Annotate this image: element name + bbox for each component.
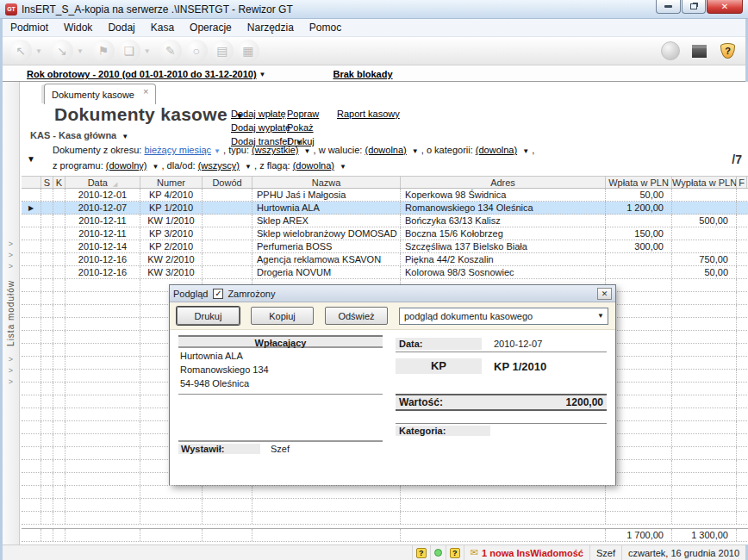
- program-filter[interactable]: (dowolny): [106, 160, 147, 171]
- table-row[interactable]: 2010-12-16 KW 3/2010 Drogeria NOVUM Kolo…: [22, 266, 748, 279]
- menu-pomoc[interactable]: Pomoc: [302, 19, 349, 36]
- header-data[interactable]: Data◢: [65, 177, 140, 188]
- category-filter[interactable]: (dowolna): [476, 145, 517, 155]
- chevron-down-icon[interactable]: ▼: [214, 147, 221, 155]
- send-tool-icon[interactable]: ↘: [51, 40, 73, 62]
- help-status-icon[interactable]: ?: [412, 545, 430, 560]
- table-row-empty[interactable]: [22, 486, 748, 499]
- new-message-cell[interactable]: ✉ 1 nowa InsWiadomość: [464, 545, 589, 560]
- page-title[interactable]: Dokumenty kasowe ▼: [54, 104, 244, 125]
- add-withdrawal-link[interactable]: Dodaj wypłatę: [231, 122, 290, 133]
- table-row[interactable]: 2010-12-16 KW 2/2010 Agencja reklamowa K…: [22, 253, 748, 266]
- preview-type-select[interactable]: podgląd dokumentu kasowego ▼: [399, 308, 608, 325]
- header-nazwa[interactable]: Nazwa: [252, 177, 401, 188]
- edit-link[interactable]: Popraw: [287, 109, 319, 119]
- filter-label: , o kategorii:: [421, 145, 473, 155]
- lock-status-link[interactable]: Brak blokady: [333, 69, 392, 79]
- edit-document-icon[interactable]: ✎: [159, 40, 182, 62]
- menu-narzedzia[interactable]: Narzędzia: [240, 19, 302, 36]
- fiscal-year-link[interactable]: Rok obrotowy - 2010 (od 01-01-2010 do 31…: [27, 69, 257, 79]
- cube-icon[interactable]: [692, 45, 707, 58]
- printer-icon[interactable]: ▤: [211, 40, 234, 62]
- header-dowod[interactable]: Dowód: [203, 177, 252, 188]
- type-filter[interactable]: (wszystkie): [252, 145, 298, 155]
- cash-report-link[interactable]: Raport kasowy: [337, 109, 400, 119]
- cell-wyplata: [672, 305, 737, 317]
- flag-filter[interactable]: (dowolna): [293, 160, 334, 171]
- chevron-down-icon[interactable]: ▼: [77, 47, 84, 55]
- header-adres[interactable]: Adres: [401, 177, 606, 188]
- table-row[interactable]: 2010-12-11 KW 1/2010 Sklep AREX Bończyka…: [22, 215, 748, 227]
- chevron-down-icon: ▼: [594, 312, 608, 320]
- cell-f: [737, 305, 747, 317]
- menu-widok[interactable]: Widok: [56, 19, 100, 36]
- chevron-down-icon[interactable]: ▼: [412, 145, 419, 159]
- cursor-tool-icon[interactable]: ↖: [9, 40, 32, 62]
- popup-titlebar[interactable]: Podgląd ✓ Zamrożony ✕: [170, 285, 615, 302]
- table-row[interactable]: ▶ 2010-12-07 KP 1/2010 Hurtownia ALA Rom…: [22, 202, 748, 215]
- help-shield-icon[interactable]: ?: [720, 43, 735, 59]
- tab-close-icon[interactable]: ×: [143, 86, 148, 96]
- status-bar: ? ? ✉ 1 nowa InsWiadomość Szef czwartek,…: [3, 544, 745, 560]
- sidebar-modules[interactable]: > > > Lista modułów > > >: [3, 82, 20, 544]
- new-document-icon[interactable]: ❏: [118, 40, 140, 62]
- contractor-filter[interactable]: (wszyscy): [198, 160, 240, 171]
- chevron-down-icon[interactable]: ▼: [245, 160, 252, 174]
- add-deposit-link[interactable]: Dodaj wpłatę: [231, 109, 286, 119]
- menu-dodaj[interactable]: Dodaj: [100, 19, 142, 36]
- chevron-down-icon[interactable]: ▼: [304, 145, 311, 159]
- header-f[interactable]: F: [737, 177, 747, 188]
- header-k[interactable]: K: [53, 177, 65, 188]
- cell-s: [41, 460, 53, 472]
- menu-operacje[interactable]: Operacje: [182, 19, 240, 36]
- popup-close-button[interactable]: ✕: [597, 288, 612, 300]
- globe-icon[interactable]: [661, 41, 680, 60]
- chevron-down-icon[interactable]: ▼: [144, 47, 151, 55]
- table-row[interactable]: 2010-12-14 KP 2/2010 Perfumeria BOSS Szc…: [22, 240, 748, 253]
- chevron-down-icon[interactable]: ▼: [35, 47, 42, 55]
- restore-button[interactable]: [682, 0, 706, 14]
- search-document-icon[interactable]: ○: [185, 40, 208, 62]
- show-link[interactable]: Pokaż: [287, 122, 314, 133]
- cell-wyplata: [672, 434, 737, 446]
- chevron-down-icon[interactable]: ▼: [153, 160, 159, 174]
- row-marker: [22, 447, 41, 459]
- print-button[interactable]: Drukuj: [177, 307, 240, 325]
- copy-button[interactable]: Kopiuj: [251, 307, 314, 325]
- refresh-button[interactable]: Odśwież: [325, 307, 388, 325]
- chevron-down-icon[interactable]: ▼: [340, 160, 346, 174]
- row-marker: [22, 408, 41, 420]
- notes-icon[interactable]: ▦: [237, 40, 259, 62]
- cell-s: [41, 305, 53, 317]
- table-row[interactable]: 2010-12-01 KP 4/2010 PPHU Jaś i Małgosia…: [22, 189, 748, 202]
- cell-k: [53, 460, 65, 472]
- cell-numer: [140, 512, 203, 524]
- cash-register-selector[interactable]: KAS - Kasa główna ▼: [30, 130, 128, 140]
- minimize-button[interactable]: [656, 0, 681, 14]
- menu-podmiot[interactable]: Podmiot: [3, 19, 56, 36]
- filter-label: , z flagą:: [254, 160, 290, 171]
- frozen-checkbox[interactable]: ✓: [213, 289, 223, 299]
- row-marker: [22, 370, 41, 382]
- collapse-filters-icon[interactable]: ▼: [27, 154, 35, 164]
- tab-dokumenty-kasowe[interactable]: Dokumenty kasowe ×: [44, 84, 156, 104]
- header-numer[interactable]: Numer: [140, 177, 203, 188]
- header-s[interactable]: S: [41, 177, 53, 188]
- header-wyplata[interactable]: Wypłata w PLN: [672, 177, 737, 188]
- period-filter[interactable]: bieżący miesiąc: [144, 145, 211, 155]
- currency-filter[interactable]: (dowolna): [365, 145, 406, 155]
- flag-tool-icon[interactable]: ⚑: [92, 40, 115, 62]
- help-status-icon[interactable]: ?: [446, 545, 464, 560]
- document-preview: Wpłacający Hurtownia ALA Romanowskiego 1…: [170, 330, 615, 485]
- chevron-down-icon[interactable]: ▼: [522, 145, 529, 159]
- table-row-empty[interactable]: [22, 499, 748, 512]
- table-row[interactable]: 2010-12-11 KP 3/2010 Sklep wielobranżowy…: [22, 227, 748, 240]
- cell-data: 2010-12-01: [65, 189, 140, 201]
- cell-s: [41, 357, 53, 369]
- close-button[interactable]: ✕: [707, 0, 743, 14]
- header-wplata[interactable]: Wpłata w PLN: [606, 177, 672, 188]
- menu-kasa[interactable]: Kasa: [143, 19, 182, 36]
- chevron-down-icon[interactable]: ▼: [259, 71, 266, 78]
- cell-wyplata: [672, 357, 737, 369]
- table-row-empty[interactable]: [22, 512, 748, 525]
